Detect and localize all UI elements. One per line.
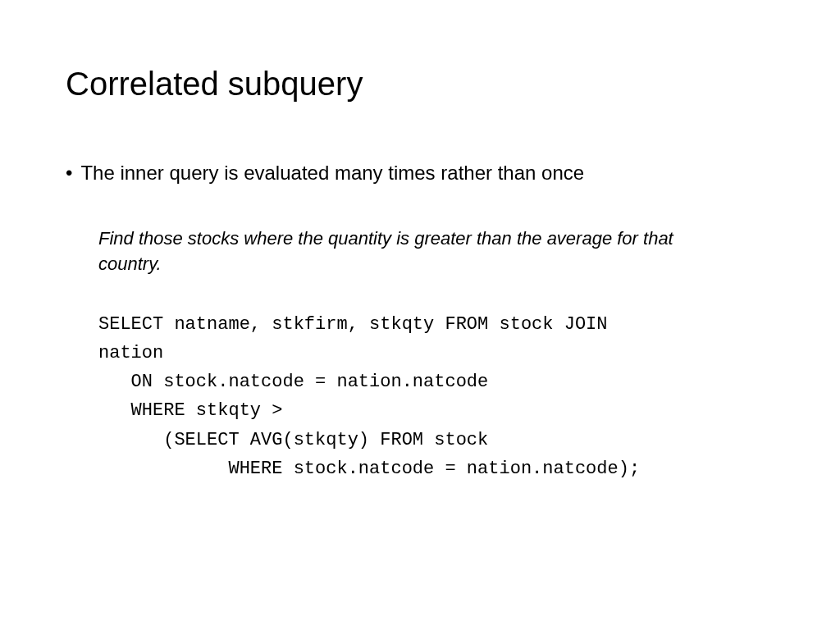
code-block: SELECT natname, stkfirm, stkqty FROM sto…: [98, 310, 742, 483]
code-line-1: SELECT natname, stkfirm, stkqty FROM sto…: [98, 314, 608, 335]
code-line-5: (SELECT AVG(stkqty) FROM stock: [98, 430, 488, 450]
bullet-text: The inner query is evaluated many times …: [80, 160, 584, 185]
bullet-marker: •: [66, 160, 72, 185]
code-line-2: nation: [98, 343, 163, 363]
bullet-item: • The inner query is evaluated many time…: [66, 160, 774, 185]
code-line-6: WHERE stock.natcode = nation.natcode);: [98, 459, 640, 479]
code-line-4: WHERE stkqty >: [98, 400, 282, 421]
code-line-3: ON stock.natcode = nation.natcode: [98, 372, 488, 392]
slide-title: Correlated subquery: [66, 66, 774, 103]
subtext-description: Find those stocks where the quantity is …: [98, 226, 725, 277]
